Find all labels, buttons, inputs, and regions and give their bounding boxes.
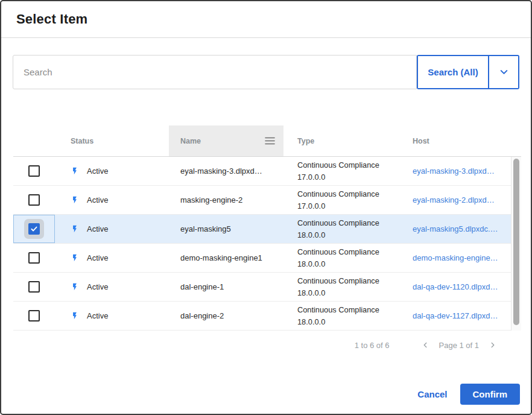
column-header-host[interactable]: Host [399, 125, 511, 156]
column-menu-icon[interactable] [265, 137, 275, 145]
type-version-label: 18.0.0.0 [297, 316, 325, 328]
checkbox-halo [24, 306, 44, 326]
pagination-range-label: 1 to 6 of 6 [355, 341, 390, 350]
column-header-name[interactable]: Name [169, 125, 283, 156]
row-status-cell: Active [55, 273, 169, 301]
table-header-row: Status Name Type Host [13, 125, 521, 157]
previous-page-button[interactable] [419, 338, 432, 352]
row-type-cell: Continuous Compliance 18.0.0.0 [283, 302, 399, 330]
row-checkbox[interactable] [28, 281, 40, 293]
row-name-cell: eyal-masking-3.dlpxd… [169, 157, 283, 185]
host-link[interactable]: demo-masking-engine… [413, 253, 498, 262]
active-bolt-icon [71, 165, 79, 177]
column-header-type[interactable]: Type [283, 125, 399, 156]
active-bolt-icon [71, 310, 79, 322]
checkbox-halo [24, 219, 44, 239]
search-scope-dropdown-button[interactable] [488, 56, 518, 88]
row-checkbox[interactable] [28, 165, 40, 177]
checkbox-halo [24, 161, 44, 181]
table-row[interactable]: Active dal-engine-1 Continuous Complianc… [13, 273, 521, 302]
type-version-label: 17.0.0.0 [297, 200, 325, 212]
row-checkbox[interactable] [28, 310, 40, 322]
search-bar: Search (All) [13, 55, 519, 89]
host-link[interactable]: eyal-masking5.dlpxdc.… [413, 224, 498, 233]
cancel-button[interactable]: Cancel [417, 389, 447, 399]
chevron-down-icon [498, 66, 510, 78]
row-host-cell: dal-qa-dev-1127.dlpxd… [399, 302, 511, 330]
search-all-button[interactable]: Search (All) [418, 56, 488, 88]
type-version-label: 17.0.0.0 [297, 171, 325, 183]
type-version-label: 18.0.0.0 [297, 287, 325, 299]
row-host-cell: eyal-masking5.dlpxdc.… [399, 215, 511, 243]
status-label: Active [87, 224, 108, 233]
type-product-label: Continuous Compliance [297, 304, 379, 315]
table-row[interactable]: Active eyal-masking-3.dlpxd… Continuous … [13, 157, 521, 186]
row-type-cell: Continuous Compliance 17.0.0.0 [283, 186, 399, 214]
row-type-cell: Continuous Compliance 18.0.0.0 [283, 273, 399, 301]
row-host-cell: eyal-masking-3.dlpxd… [399, 157, 511, 185]
table-row[interactable]: Active eyal-masking5 Continuous Complian… [13, 215, 521, 244]
row-checkbox-cell [13, 215, 55, 243]
row-checkbox-cell [13, 244, 55, 272]
table-row[interactable]: Active masking-engine-2 Continuous Compl… [13, 186, 521, 215]
row-checkbox-cell [13, 157, 55, 185]
type-product-label: Continuous Compliance [297, 275, 379, 287]
type-product-label: Continuous Compliance [297, 246, 379, 258]
row-status-cell: Active [55, 186, 169, 214]
row-name-cell: demo-masking-engine1 [169, 244, 283, 272]
type-product-label: Continuous Compliance [297, 188, 379, 200]
host-link[interactable]: dal-qa-dev-1127.dlpxd… [413, 311, 498, 320]
header-scrollbar-spacer [511, 125, 521, 156]
confirm-button[interactable]: Confirm [460, 384, 521, 405]
pagination-bar: 1 to 6 of 6 Page 1 of 1 [1, 337, 531, 353]
column-header-status[interactable]: Status [55, 125, 169, 156]
host-link[interactable]: eyal-masking-2.dlpxd… [413, 195, 495, 204]
table-row[interactable]: Active dal-engine-2 Continuous Complianc… [13, 302, 521, 331]
row-type-cell: Continuous Compliance 17.0.0.0 [283, 157, 399, 185]
row-checkbox[interactable] [28, 223, 40, 235]
row-name-cell: eyal-masking5 [169, 215, 283, 243]
row-status-cell: Active [55, 157, 169, 185]
row-checkbox[interactable] [28, 252, 40, 264]
items-table: Status Name Type Host [13, 125, 521, 331]
chevron-left-icon [421, 341, 429, 349]
row-status-cell: Active [55, 244, 169, 272]
search-button-group: Search (All) [417, 55, 519, 89]
vertical-scrollbar-track[interactable] [511, 157, 521, 331]
row-checkbox-cell [13, 273, 55, 301]
dialog-footer: Cancel Confirm [1, 384, 531, 405]
select-item-dialog: Select Item Search (All) Status Name Typ… [0, 0, 532, 415]
active-bolt-icon [71, 252, 79, 264]
search-input[interactable] [13, 55, 417, 89]
next-page-button[interactable] [486, 338, 499, 352]
row-type-cell: Continuous Compliance 18.0.0.0 [283, 244, 399, 272]
row-host-cell: dal-qa-dev-1120.dlpxd… [399, 273, 511, 301]
active-bolt-icon [71, 223, 79, 235]
row-host-cell: eyal-masking-2.dlpxd… [399, 186, 511, 214]
dialog-header: Select Item [1, 1, 531, 38]
row-name-cell: dal-engine-2 [169, 302, 283, 330]
header-checkbox-column [13, 125, 55, 156]
row-status-cell: Active [55, 215, 169, 243]
row-checkbox[interactable] [28, 194, 40, 206]
row-host-cell: demo-masking-engine… [399, 244, 511, 272]
status-label: Active [87, 282, 108, 291]
type-product-label: Continuous Compliance [297, 159, 379, 171]
status-label: Active [87, 311, 108, 320]
row-name-cell: masking-engine-2 [169, 186, 283, 214]
column-header-name-label: Name [180, 137, 201, 145]
status-label: Active [87, 166, 108, 176]
type-version-label: 18.0.0.0 [297, 258, 325, 270]
table-body: Active eyal-masking-3.dlpxd… Continuous … [13, 157, 521, 331]
checkbox-halo [24, 277, 44, 297]
host-link[interactable]: eyal-masking-3.dlpxd… [413, 166, 495, 176]
type-product-label: Continuous Compliance [297, 217, 379, 229]
vertical-scrollbar-thumb[interactable] [513, 159, 519, 325]
table-row[interactable]: Active demo-masking-engine1 Continuous C… [13, 244, 521, 273]
row-status-cell: Active [55, 302, 169, 330]
row-checkbox-cell [13, 302, 55, 330]
host-link[interactable]: dal-qa-dev-1120.dlpxd… [413, 282, 498, 291]
checkbox-halo [24, 248, 44, 268]
row-checkbox-cell [13, 186, 55, 214]
status-label: Active [87, 253, 108, 262]
